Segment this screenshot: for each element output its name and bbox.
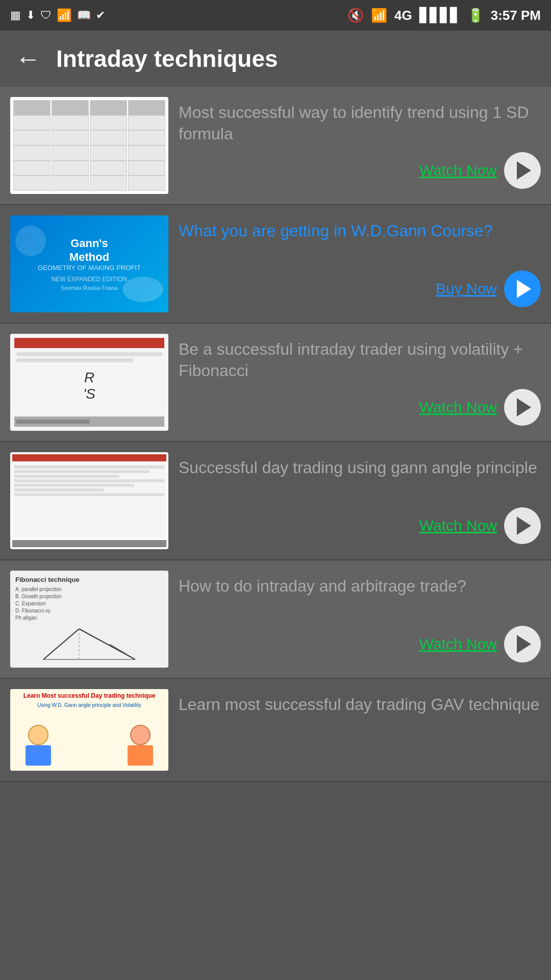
time: 3:57 PM bbox=[491, 8, 541, 23]
svg-line-4 bbox=[110, 644, 135, 659]
wifi-icon: 📶 bbox=[371, 8, 387, 23]
watch-now-button-4[interactable]: Watch Now bbox=[419, 517, 497, 534]
thumbnail-1[interactable] bbox=[10, 97, 168, 194]
item-action-4: Watch Now bbox=[179, 507, 541, 544]
play-icon-4 bbox=[517, 517, 531, 535]
item-content-6: Learn most successful day trading GAV te… bbox=[179, 689, 541, 771]
thumbnail-3[interactable]: R'S bbox=[10, 334, 168, 431]
item-title-6: Learn most successful day trading GAV te… bbox=[179, 694, 541, 716]
fib-items: A. parallel projection B. Growth project… bbox=[15, 586, 163, 621]
battery-icon: 🔋 bbox=[467, 8, 484, 23]
play-button-5[interactable] bbox=[504, 626, 541, 663]
item-title-3: Be a successful intraday trader using vo… bbox=[179, 339, 541, 381]
thumbnail-6[interactable]: Learn Most successful Day trading techni… bbox=[10, 689, 168, 771]
thumbnail-4[interactable] bbox=[10, 452, 168, 549]
item-title-1: Most successful way to identify trend us… bbox=[179, 102, 541, 144]
watch-now-button-3[interactable]: Watch Now bbox=[419, 399, 497, 416]
gann-deco2 bbox=[15, 226, 46, 256]
svg-line-0 bbox=[43, 629, 79, 659]
fib-title: Fibonacci technique bbox=[15, 576, 163, 583]
svg-line-1 bbox=[79, 629, 135, 659]
thumbnail-2[interactable]: Gann'sMethod GEOMETRY OF MAKING PROFIT N… bbox=[10, 215, 168, 312]
list-item: Gann'sMethod GEOMETRY OF MAKING PROFIT N… bbox=[0, 205, 551, 324]
cartoon-subtitle-text: Using W.D. Gann angle principle and Vola… bbox=[13, 702, 165, 708]
list-item: Learn Most successful Day trading techni… bbox=[0, 679, 551, 782]
item-action-3: Watch Now bbox=[179, 389, 541, 426]
gann-deco bbox=[122, 277, 163, 302]
item-action-2: Buy Now bbox=[179, 271, 541, 307]
book-icon: 📖 bbox=[77, 9, 91, 22]
download-icon: ⬇ bbox=[26, 9, 35, 22]
wifi-calling-icon: 📶 bbox=[57, 8, 72, 22]
gann-subtitle: GEOMETRY OF MAKING PROFIT bbox=[38, 264, 141, 272]
item-title-5: How to do intraday and arbitrage trade? bbox=[179, 576, 541, 597]
play-button-2[interactable] bbox=[504, 271, 541, 307]
item-content-1: Most successful way to identify trend us… bbox=[179, 97, 541, 194]
list-item: Most successful way to identify trend us… bbox=[0, 87, 551, 205]
item-title-2: What you are getting in W.D.Gann Course? bbox=[179, 220, 541, 242]
cartoon-title-text: Learn Most successful Day trading techni… bbox=[13, 692, 165, 699]
list-item: R'S Be a successful intraday trader usin… bbox=[0, 324, 551, 442]
page-title: Intraday techniques bbox=[56, 45, 278, 72]
header: ← Intraday techniques bbox=[0, 31, 551, 87]
play-button-1[interactable] bbox=[504, 152, 541, 189]
sim-icon: ▦ bbox=[10, 9, 21, 22]
status-bar-left: ▦ ⬇ 🛡 📶 📖 ✔ bbox=[10, 8, 105, 22]
item-content-5: How to do intraday and arbitrage trade? … bbox=[179, 571, 541, 668]
fib-diagram bbox=[15, 624, 163, 667]
play-icon-5 bbox=[517, 635, 531, 653]
play-icon-1 bbox=[517, 161, 531, 180]
thumbnail-5[interactable]: Fibonacci technique A. parallel projecti… bbox=[10, 571, 168, 668]
item-content-4: Successful day trading using gann angle … bbox=[179, 452, 541, 549]
item-action-5: Watch Now bbox=[179, 626, 541, 663]
item-action-1: Watch Now bbox=[179, 152, 541, 189]
item-content-2: What you are getting in W.D.Gann Course?… bbox=[179, 215, 541, 312]
video-list: Most successful way to identify trend us… bbox=[0, 87, 551, 782]
item-title-4: Successful day trading using gann angle … bbox=[179, 457, 541, 479]
play-button-4[interactable] bbox=[504, 507, 541, 544]
mute-icon: 🔇 bbox=[347, 8, 364, 23]
list-item: Fibonacci technique A. parallel projecti… bbox=[0, 560, 551, 679]
play-button-3[interactable] bbox=[504, 389, 541, 426]
item-content-3: Be a successful intraday trader using vo… bbox=[179, 334, 541, 431]
watch-now-button-5[interactable]: Watch Now bbox=[419, 635, 497, 653]
check-icon: ✔ bbox=[96, 9, 105, 22]
play-icon-3 bbox=[517, 398, 531, 416]
watch-now-button-1[interactable]: Watch Now bbox=[419, 162, 497, 179]
buy-now-button[interactable]: Buy Now bbox=[436, 280, 497, 298]
network-type: 4G bbox=[394, 8, 412, 23]
status-bar: ▦ ⬇ 🛡 📶 📖 ✔ 🔇 📶 4G ▋▋▋▋ 🔋 3:57 PM bbox=[0, 0, 551, 31]
status-bar-right: 🔇 📶 4G ▋▋▋▋ 🔋 3:57 PM bbox=[347, 8, 541, 23]
play-icon-2 bbox=[517, 280, 531, 298]
signal-icon: ▋▋▋▋ bbox=[419, 8, 460, 23]
list-item: Successful day trading using gann angle … bbox=[0, 442, 551, 560]
shield-icon: 🛡 bbox=[40, 9, 52, 22]
gann-title: Gann'sMethod bbox=[69, 237, 109, 264]
back-button[interactable]: ← bbox=[15, 46, 41, 71]
